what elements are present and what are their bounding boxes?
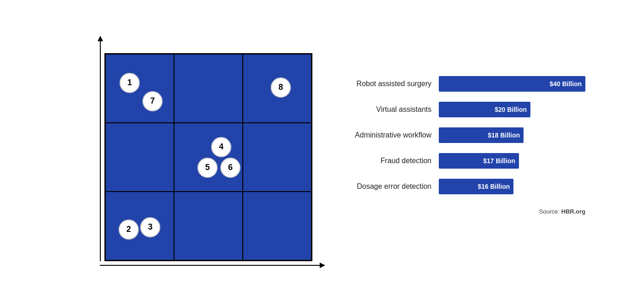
bar-track-1: $20 Billion xyxy=(439,102,530,117)
bar-track-0: $40 Billion xyxy=(439,76,585,92)
bar-label-4: Dosage error detection xyxy=(340,182,431,191)
bar-track-2: $18 Billion xyxy=(439,127,524,143)
bubble-2: 2 xyxy=(119,220,139,240)
bar-row-1: Virtual assistants$20 Billion xyxy=(340,102,585,117)
bubble-4: 4 xyxy=(211,137,231,157)
bar-value-2: $18 Billion xyxy=(488,132,520,139)
axis-container: 17845623 xyxy=(104,53,312,261)
bar-label-0: Robot assisted surgery xyxy=(340,80,431,88)
matrix-cell-0: 17 xyxy=(105,54,174,123)
bubble-5: 5 xyxy=(197,158,218,178)
bar-label-2: Administrative workflow xyxy=(340,131,431,139)
matrix-cell-4: 456 xyxy=(174,123,243,192)
matrix-cell-8 xyxy=(243,192,311,260)
matrix-chart: 17845623 xyxy=(59,30,312,261)
bar-row-3: Fraud detection$17 Billion xyxy=(340,153,585,169)
matrix-cell-6: 23 xyxy=(105,192,174,260)
bar-row-0: Robot assisted surgery$40 Billion xyxy=(340,76,585,92)
bar-value-3: $17 Billion xyxy=(483,157,515,165)
matrix-cell-3 xyxy=(105,123,174,192)
x-axis-line xyxy=(100,265,322,266)
matrix-grid: 17845623 xyxy=(104,53,312,261)
bar-label-1: Virtual assistants xyxy=(340,105,431,114)
source-text: Source: HBR.org xyxy=(340,208,585,215)
matrix-cell-5 xyxy=(243,123,311,192)
bar-chart-area: Robot assisted surgery$40 BillionVirtual… xyxy=(340,76,585,215)
bar-value-0: $40 Billion xyxy=(550,80,582,88)
matrix-cell-1 xyxy=(174,54,243,123)
bar-track-4: $16 Billion xyxy=(439,179,513,194)
bar-label-3: Fraud detection xyxy=(340,157,431,165)
bar-row-4: Dosage error detection$16 Billion xyxy=(340,179,585,194)
bubble-3: 3 xyxy=(140,217,160,237)
main-container: 17845623 Robot assisted surgery$40 Billi… xyxy=(40,21,604,270)
bubble-7: 7 xyxy=(142,91,163,111)
bar-row-2: Administrative workflow$18 Billion xyxy=(340,127,585,143)
bar-value-4: $16 Billion xyxy=(478,183,510,190)
matrix-cell-2: 8 xyxy=(243,54,311,123)
bubble-8: 8 xyxy=(271,77,291,98)
bubble-6: 6 xyxy=(220,158,240,178)
bar-value-1: $20 Billion xyxy=(495,106,527,113)
bubble-1: 1 xyxy=(120,73,140,93)
y-axis-line xyxy=(100,39,101,261)
bar-track-3: $17 Billion xyxy=(439,153,519,169)
matrix-cell-7 xyxy=(174,192,243,260)
